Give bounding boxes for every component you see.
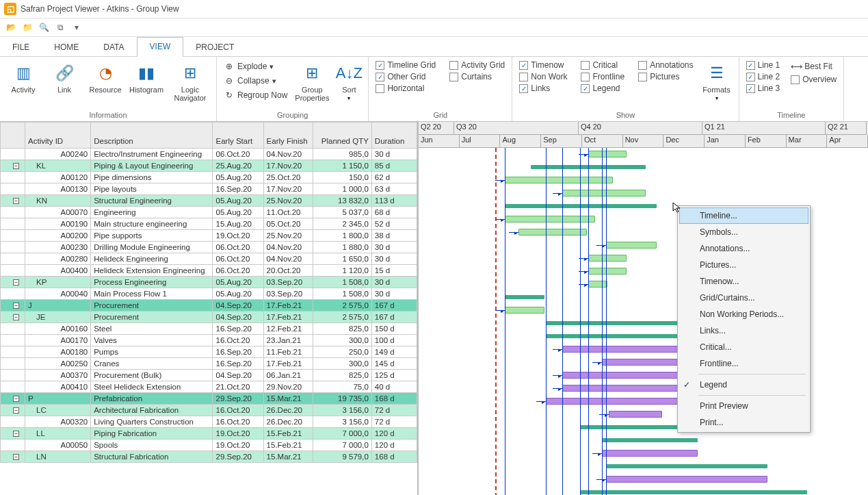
gantt-row[interactable] (419, 434, 868, 447)
table-row[interactable]: A00040Main Process Flow 105.Aug.2003.Sep… (1, 288, 417, 300)
folder-icon[interactable]: 📁 (21, 21, 34, 34)
task-bar[interactable] (588, 255, 627, 262)
bestfit-button[interactable]: ⟷Best Fit (788, 60, 839, 73)
tab-home[interactable]: HOME (42, 37, 91, 56)
task-bar[interactable] (606, 242, 657, 249)
menu-item[interactable]: Critical... (679, 339, 808, 355)
check-pictures[interactable]: Pictures (635, 71, 696, 82)
expand-icon[interactable]: − (13, 163, 19, 169)
check-links[interactable]: ✓Links (516, 83, 570, 94)
table-row[interactable]: A00400Helideck Extension Engineering06.O… (1, 265, 417, 277)
table-row[interactable]: −LLPiping Fabrication19.Oct.2015.Feb.217… (1, 428, 417, 440)
table-row[interactable]: A00230Drilling Module Engineering06.Oct.… (1, 242, 417, 253)
table-row[interactable]: A00320Living Quarters Construction16.Oct… (1, 416, 417, 428)
table-row[interactable]: A00250Cranes16.Sep.2017.Feb.21300,0145 d (1, 358, 417, 370)
open-folder-icon[interactable]: 📂 (4, 21, 18, 34)
check-activity-grid[interactable]: Activity Grid (447, 60, 508, 71)
table-row[interactable]: A00410Steel Helideck Extension21.Oct.202… (1, 381, 417, 393)
explode-button[interactable]: ⊕Explode ▾ (221, 60, 290, 73)
table-row[interactable]: A00120Pipe dimensions05.Aug.2025.Oct.201… (1, 172, 417, 183)
menu-item[interactable]: Links... (679, 322, 808, 339)
gantt-row[interactable]: ▸ (419, 447, 868, 460)
expand-icon[interactable]: − (13, 454, 19, 460)
gantt-row[interactable]: ▸ (419, 473, 868, 486)
task-bar[interactable] (588, 151, 627, 157)
sort-button[interactable]: A↓ZSort▾ (334, 60, 364, 107)
tab-file[interactable]: FILE (0, 37, 42, 56)
summary-bar[interactable] (505, 295, 544, 299)
menu-item[interactable]: Print... (679, 414, 808, 431)
summary-bar[interactable] (505, 204, 657, 208)
task-bar[interactable] (518, 229, 587, 236)
table-row[interactable]: −JEProcurement04.Sep.2017.Feb.212 575,01… (1, 312, 417, 323)
summary-bar[interactable] (606, 464, 767, 468)
table-row[interactable]: A00160Steel16.Sep.2012.Feb.21825,0150 d (1, 323, 417, 335)
summary-bar[interactable] (602, 438, 698, 442)
check-nonwork[interactable]: Non Work (516, 71, 570, 82)
gantt-row[interactable]: ▸ (419, 187, 868, 200)
check-critical[interactable]: Critical (578, 60, 627, 71)
table-row[interactable]: A00190Main structure engineering15.Aug.2… (1, 218, 417, 230)
expand-icon[interactable]: − (13, 396, 19, 402)
expand-icon[interactable]: − (13, 198, 19, 204)
menu-item[interactable]: Annotations... (679, 240, 808, 257)
menu-item[interactable]: Grid/Curtains... (679, 290, 808, 306)
tab-view[interactable]: VIEW (137, 37, 184, 57)
col-duration[interactable]: Duration (371, 123, 417, 149)
task-bar[interactable] (562, 190, 646, 196)
table-row[interactable]: −LNStructural Fabrication29.Sep.2015.Mar… (1, 451, 417, 463)
check-annotations[interactable]: Annotations (635, 60, 696, 71)
table-row[interactable]: −KLPiping & Layout Engineering25.Aug.201… (1, 160, 417, 172)
tab-project[interactable]: PROJECT (183, 37, 246, 56)
table-row[interactable]: −JProcurement04.Sep.2017.Feb.212 575,016… (1, 300, 417, 312)
activity-button[interactable]: ▥Activity (4, 60, 42, 107)
expand-icon[interactable]: − (13, 431, 19, 437)
check-timenow[interactable]: ✓Timenow (516, 60, 570, 71)
check-timeline-grid[interactable]: ✓Timeline Grid (373, 60, 438, 71)
menu-item[interactable]: Timenow... (679, 273, 808, 290)
table-row[interactable]: A00170Valves16.Oct.2023.Jan.21300,0100 d (1, 335, 417, 346)
expand-icon[interactable]: − (13, 303, 19, 309)
check-line2[interactable]: ✓Line 2 (744, 71, 783, 82)
menu-item[interactable]: Legend✓ (679, 377, 808, 393)
gantt-row[interactable] (419, 486, 868, 495)
check-line1[interactable]: ✓Line 1 (744, 60, 783, 71)
collapse-button[interactable]: ⊖Collapse ▾ (221, 74, 290, 88)
menu-item[interactable]: Timeline... (679, 207, 808, 224)
table-row[interactable]: A00130Pipe layouts16.Sep.2017.Nov.201 00… (1, 183, 417, 195)
table-row[interactable]: A00180Pumps16.Sep.2011.Feb.21250,0149 d (1, 346, 417, 358)
table-row[interactable]: −KNStructural Engineering05.Aug.2025.Nov… (1, 195, 417, 207)
check-line3[interactable]: ✓Line 3 (744, 83, 783, 94)
table-row[interactable]: A00050Spools19.Oct.2015.Feb.217 000,0120… (1, 440, 417, 451)
table-row[interactable]: −PPrefabrication29.Sep.2015.Mar.2119 735… (1, 393, 417, 405)
formats-button[interactable]: ☰Formats▾ (699, 60, 735, 107)
summary-bar[interactable] (580, 490, 807, 494)
tab-data[interactable]: DATA (91, 37, 136, 56)
copy-icon[interactable]: ⧉ (53, 21, 67, 34)
histogram-button[interactable]: ▮▮Histogram (127, 60, 166, 107)
col-activity-id[interactable]: Activity ID (25, 123, 91, 149)
table-row[interactable]: A00370Procurement (Bulk)04.Sep.2006.Jan.… (1, 370, 417, 381)
logic-navigator-button[interactable]: ⊞Logic Navigator (168, 60, 212, 107)
table-row[interactable]: −KPProcess Engineering05.Aug.2003.Sep.20… (1, 277, 417, 288)
gantt-row[interactable] (419, 460, 868, 473)
task-bar[interactable] (602, 450, 698, 457)
gantt-row[interactable] (419, 161, 868, 174)
table-row[interactable]: A00240Electro/Instrument Engineering06.O… (1, 149, 417, 160)
check-legend[interactable]: ✓Legend (578, 83, 627, 94)
check-horizontal[interactable]: Horizontal (373, 83, 438, 94)
task-bar[interactable] (505, 307, 544, 314)
gantt-row[interactable]: ▸ (419, 148, 868, 161)
menu-item[interactable]: Frontline... (679, 355, 808, 372)
check-frontline[interactable]: Frontline (578, 71, 627, 82)
regroup-button[interactable]: ↻Regroup Now (221, 88, 290, 102)
dropdown-icon[interactable]: ▾ (70, 21, 83, 34)
table-row[interactable]: A00200Pipe supports19.Oct.2025.Nov.201 8… (1, 230, 417, 242)
task-bar[interactable] (606, 476, 767, 483)
search-icon[interactable]: 🔍 (37, 21, 51, 34)
task-bar[interactable] (505, 216, 595, 223)
task-bar[interactable] (588, 281, 607, 288)
expand-icon[interactable]: − (13, 407, 19, 414)
table-row[interactable]: A00070Engineering05.Aug.2011.Oct.205 037… (1, 207, 417, 218)
menu-item[interactable]: Symbols... (679, 224, 808, 240)
